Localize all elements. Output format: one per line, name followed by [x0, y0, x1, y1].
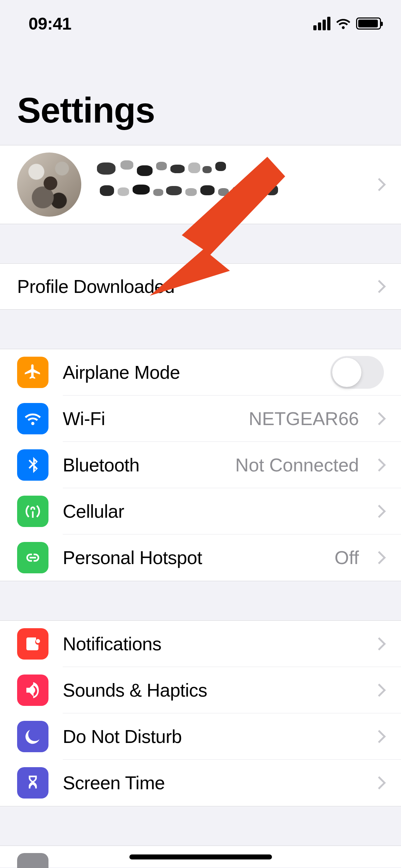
screentime-label: Screen Time	[63, 772, 367, 794]
chevron-right-icon	[373, 637, 386, 651]
sounds-icon	[17, 675, 48, 706]
chevron-right-icon	[373, 178, 386, 191]
chevron-right-icon	[373, 776, 386, 790]
cellular-signal-icon	[313, 17, 330, 30]
dnd-row[interactable]: Do Not Disturb	[0, 713, 401, 760]
chevron-right-icon	[373, 280, 386, 293]
notifications-label: Notifications	[63, 633, 367, 655]
sounds-row[interactable]: Sounds & Haptics	[0, 667, 401, 713]
profile-downloaded-row[interactable]: Profile Downloaded	[0, 264, 401, 309]
wifi-icon	[335, 16, 351, 31]
chevron-right-icon	[373, 730, 386, 743]
chevron-right-icon	[373, 412, 386, 425]
hotspot-row[interactable]: Personal Hotspot Off	[0, 534, 401, 581]
connectivity-group: Airplane Mode Wi-Fi NETGEAR66 Bluetooth …	[0, 349, 401, 581]
chevron-right-icon	[373, 459, 386, 472]
bluetooth-icon	[17, 449, 48, 481]
profile-downloaded-label: Profile Downloaded	[17, 276, 367, 297]
screentime-row[interactable]: Screen Time	[0, 760, 401, 806]
status-time: 09:41	[29, 14, 71, 33]
bluetooth-row[interactable]: Bluetooth Not Connected	[0, 442, 401, 488]
bluetooth-label: Bluetooth	[63, 454, 235, 476]
bluetooth-value: Not Connected	[235, 454, 359, 476]
account-name-redacted	[96, 160, 367, 210]
cellular-icon	[17, 496, 48, 527]
wifi-value: NETGEAR66	[249, 408, 359, 429]
avatar	[17, 153, 81, 217]
account-group	[0, 145, 401, 224]
airplane-mode-row[interactable]: Airplane Mode	[0, 349, 401, 396]
battery-icon	[356, 17, 381, 30]
chevron-right-icon	[373, 505, 386, 518]
apple-id-row[interactable]	[0, 145, 401, 224]
status-bar: 09:41	[0, 0, 401, 47]
hourglass-icon	[17, 767, 48, 799]
hotspot-label: Personal Hotspot	[63, 547, 335, 568]
sounds-label: Sounds & Haptics	[63, 680, 367, 701]
airplane-mode-label: Airplane Mode	[63, 362, 330, 383]
cellular-row[interactable]: Cellular	[0, 488, 401, 534]
chevron-right-icon	[373, 684, 386, 697]
airplane-icon	[17, 357, 48, 388]
notifications-row[interactable]: Notifications	[0, 621, 401, 667]
wifi-row[interactable]: Wi-Fi NETGEAR66	[0, 396, 401, 442]
home-indicator	[129, 854, 272, 859]
wifi-label: Wi-Fi	[63, 408, 249, 429]
moon-icon	[17, 721, 48, 752]
wifi-icon	[17, 403, 48, 434]
page-title: Settings	[0, 47, 401, 145]
dnd-label: Do Not Disturb	[63, 726, 367, 747]
chevron-right-icon	[373, 551, 386, 564]
gear-icon	[17, 853, 48, 868]
hotspot-icon	[17, 542, 48, 573]
alerts-group: Notifications Sounds & Haptics Do Not Di…	[0, 620, 401, 806]
hotspot-value: Off	[335, 547, 359, 568]
airplane-mode-toggle[interactable]	[330, 356, 384, 389]
status-icons	[313, 16, 381, 31]
notifications-icon	[17, 628, 48, 660]
profile-downloaded-group: Profile Downloaded	[0, 263, 401, 310]
cellular-label: Cellular	[63, 501, 367, 522]
